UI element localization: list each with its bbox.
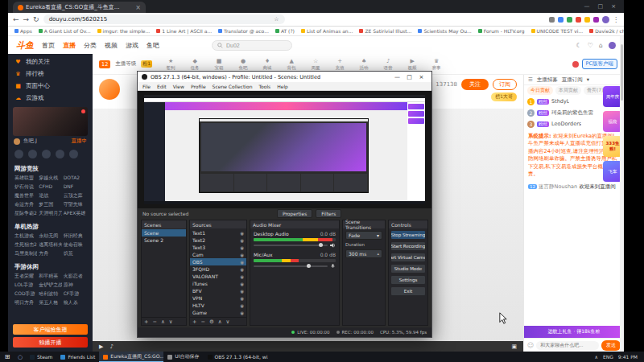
category-link[interactable]: 逃离塔科夫: [39, 241, 61, 249]
category-link[interactable]: 明日方舟: [14, 299, 37, 306]
home-icon[interactable]: ⌂: [599, 42, 603, 49]
taskbar-app-button[interactable]: UI自动保存: [163, 352, 203, 362]
obs-title-bar[interactable]: OBS 27.1.3 (64-bit, windows) - Profile: …: [138, 72, 431, 82]
browser-tab[interactable]: Eureka看直播_CS:GO直播_斗鱼直... ×: [13, 2, 146, 13]
address-bar[interactable]: douyu.com/5620215 ☆: [43, 14, 285, 24]
obs-minimize-icon[interactable]: —: [391, 72, 403, 81]
source-item[interactable]: Text1◉: [190, 229, 246, 237]
visibility-eye-icon[interactable]: ◉: [240, 274, 244, 279]
category-link[interactable]: 王者荣耀: [14, 273, 37, 280]
filters-button[interactable]: Filters: [316, 209, 341, 218]
category-link[interactable]: 逆战: [39, 192, 61, 200]
feature-item[interactable]: ★签到: [162, 58, 180, 71]
extension-icon[interactable]: [549, 17, 555, 23]
category-link[interactable]: DOTA2: [64, 175, 86, 182]
category-link[interactable]: 命运方舟: [14, 201, 37, 208]
obs-control-button[interactable]: Start Recording: [390, 241, 426, 251]
followed-stream-card[interactable]: 鱼吧.J 直播中: [13, 107, 88, 146]
feature-item[interactable]: ▶视频: [403, 58, 421, 71]
obs-control-button[interactable]: Studio Mode: [390, 264, 426, 274]
client-promo-button[interactable]: 客户端抢鱼翅: [13, 324, 88, 335]
send-button[interactable]: 发送: [601, 340, 621, 351]
bookmark-item[interactable]: Forum - HLTV.org: [478, 28, 525, 34]
category-link[interactable]: 梦三国: [39, 201, 61, 208]
source-item[interactable]: iTunes◉: [190, 280, 246, 287]
obs-control-button[interactable]: Stop Streaming: [390, 230, 426, 240]
esports-game-icon[interactable]: [56, 150, 64, 158]
category-link[interactable]: CF手游: [64, 290, 86, 298]
add-scene-icon[interactable]: +: [144, 319, 148, 325]
visibility-eye-icon[interactable]: ◉: [240, 289, 244, 294]
visibility-eye-icon[interactable]: ◉: [240, 267, 244, 272]
site-nav-item[interactable]: 游戏: [126, 41, 138, 50]
category-link[interactable]: 永劫无间: [39, 232, 61, 240]
category-link[interactable]: APEX英雄: [64, 210, 86, 217]
source-item[interactable]: OBS◉: [190, 258, 246, 265]
category-link[interactable]: 和平精英: [39, 273, 61, 280]
obs-menu-item[interactable]: Scene Collection: [213, 84, 253, 89]
esports-game-icon[interactable]: [28, 150, 37, 158]
visibility-eye-icon[interactable]: ◉: [240, 238, 244, 243]
window-close-icon[interactable]: ×: [611, 3, 616, 10]
mic-icon[interactable]: [330, 264, 336, 269]
browser-menu-icon[interactable]: ⋮: [613, 16, 619, 23]
remove-scene-icon[interactable]: −: [152, 319, 156, 325]
remove-source-icon[interactable]: −: [200, 319, 204, 325]
chat-subtab[interactable]: 本周贡献: [555, 86, 581, 95]
scene-item[interactable]: Scene 2: [142, 237, 186, 244]
category-link[interactable]: 怀旧经典: [64, 232, 86, 240]
favorites-icon[interactable]: ♡: [588, 42, 593, 49]
source-item[interactable]: Text2◉: [190, 237, 246, 244]
feature-item[interactable]: ♠活动: [355, 58, 373, 71]
window-maximize-icon[interactable]: □: [598, 3, 604, 10]
category-link[interactable]: DNF: [64, 183, 86, 191]
visibility-eye-icon[interactable]: ◉: [240, 245, 244, 250]
category-link[interactable]: 魔兽世界: [14, 192, 37, 200]
sidebar-nav-item[interactable]: ☁云游戏: [8, 92, 93, 104]
bookmark-item[interactable]: 1 Line Art | ASCII a...: [156, 28, 212, 34]
pc-client-button[interactable]: PC版客户端: [582, 59, 617, 69]
obs-menu-item[interactable]: File: [142, 84, 151, 89]
source-item[interactable]: VALORANT◉: [190, 273, 246, 280]
site-nav-item[interactable]: 分类: [84, 41, 97, 50]
source-item[interactable]: VPN◉: [190, 294, 246, 302]
obs-control-button[interactable]: Start Virtual Camera: [390, 253, 426, 262]
source-down-icon[interactable]: ∨: [226, 319, 230, 325]
taskbar-app-button[interactable]: Steam: [26, 352, 56, 362]
sound-icon[interactable]: ♪: [109, 343, 113, 350]
category-link[interactable]: 使命召唤: [64, 241, 86, 249]
feature-item[interactable]: ●鱼吧: [234, 58, 252, 71]
extension-icon[interactable]: [558, 17, 564, 23]
clock[interactable]: 9:41 PM: [618, 354, 638, 360]
scrollbar-thumb[interactable]: [621, 44, 623, 101]
category-link[interactable]: COD手游: [14, 290, 37, 298]
visibility-eye-icon[interactable]: ◉: [240, 282, 244, 286]
source-item[interactable]: BFV◉: [190, 287, 246, 294]
scene-item[interactable]: Scene: [142, 229, 186, 237]
extension-icon[interactable]: [593, 17, 599, 23]
feature-item[interactable]: ☆周星: [307, 58, 324, 71]
category-link[interactable]: 天涯明月刀: [39, 210, 61, 217]
category-link[interactable]: 哈利波特: [39, 290, 61, 298]
visibility-eye-icon[interactable]: ◉: [240, 311, 244, 315]
taskbar-app-button[interactable]: OBS 27.1.3 (64-bit, wi...: [204, 352, 268, 362]
obs-menu-item[interactable]: Tools: [258, 84, 270, 89]
add-source-icon[interactable]: +: [192, 319, 196, 325]
obs-menu-item[interactable]: View: [173, 84, 184, 89]
category-link[interactable]: 云顶之弈: [64, 192, 86, 200]
feature-item[interactable]: ♦商城: [258, 58, 276, 71]
bookmark-item[interactable]: imgur: the simple...: [97, 28, 151, 34]
source-item[interactable]: HLTV◉: [190, 302, 246, 309]
visibility-eye-icon[interactable]: ◉: [240, 231, 244, 236]
tray-chevron-icon[interactable]: ∧: [594, 354, 597, 360]
feature-item[interactable]: ▲背包: [283, 58, 300, 71]
bookmark-item[interactable]: Apps: [14, 28, 32, 34]
chat-subtab[interactable]: 今日贡献: [527, 86, 553, 95]
visibility-eye-icon[interactable]: ◉: [240, 260, 244, 265]
category-link[interactable]: 金铲铲之战: [39, 282, 61, 289]
obs-menu-item[interactable]: Help: [277, 84, 288, 89]
obs-preview[interactable]: [138, 91, 431, 208]
chat-menu-icon[interactable]: ☰: [528, 76, 533, 83]
bookmark-star-icon[interactable]: ☆: [274, 16, 279, 23]
extension-icon[interactable]: [576, 17, 581, 23]
